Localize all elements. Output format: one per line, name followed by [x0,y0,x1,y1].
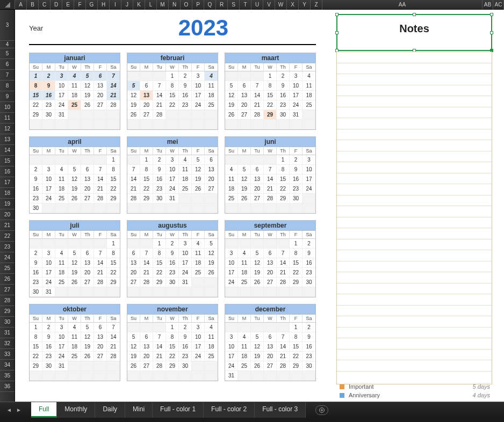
day-cell[interactable]: 9 [277,81,290,91]
day-cell[interactable]: 5 [81,71,94,81]
row-28[interactable]: 28 [0,295,15,306]
column-C[interactable]: C [39,0,51,10]
day-cell[interactable]: 17 [192,342,205,352]
day-cell[interactable]: 5 [251,249,264,258]
column-S[interactable]: S [228,0,240,10]
day-cell[interactable]: 4 [303,71,315,81]
day-cell[interactable]: 19 [192,174,205,184]
column-Q[interactable]: Q [204,0,216,10]
column-B[interactable]: B [27,0,39,10]
day-cell[interactable]: 29 [107,278,120,287]
day-cell[interactable]: 30 [303,361,315,371]
day-cell[interactable]: 28 [277,278,290,287]
day-cell[interactable]: 28 [140,278,153,287]
day-cell[interactable]: 10 [225,258,238,268]
day-cell[interactable]: 29 [153,278,166,287]
column-H[interactable]: H [98,0,110,10]
day-cell[interactable]: 10 [290,81,303,91]
day-cell[interactable]: 30 [166,278,179,287]
day-cell[interactable]: 27 [238,110,251,120]
day-cell[interactable]: 5 [238,165,251,174]
day-cell[interactable]: 21 [94,184,107,194]
day-cell[interactable]: 10 [192,81,205,91]
day-cell[interactable]: 7 [94,249,107,258]
day-cell[interactable]: 31 [225,371,238,381]
day-cell[interactable]: 29 [30,110,42,120]
day-cell[interactable]: 19 [68,268,81,278]
day-cell[interactable]: 12 [68,258,81,268]
day-cell[interactable]: 7 [251,81,264,91]
day-cell[interactable]: 18 [192,258,205,268]
day-cell[interactable]: 23 [30,194,42,203]
day-cell[interactable]: 18 [68,91,81,100]
day-cell[interactable]: 24 [166,184,179,194]
row-26[interactable]: 26 [0,274,15,285]
day-cell[interactable]: 19 [205,258,218,268]
day-cell[interactable]: 3 [225,249,238,258]
day-cell[interactable]: 26 [238,194,251,203]
day-cell[interactable]: 1 [290,239,303,249]
day-cell[interactable]: 24 [42,278,55,287]
day-cell[interactable]: 24 [179,268,192,278]
day-cell[interactable]: 26 [68,278,81,287]
day-cell[interactable]: 5 [68,249,81,258]
day-cell[interactable]: 3 [225,332,238,342]
day-cell[interactable]: 1 [166,71,179,81]
day-cell[interactable]: 15 [290,258,303,268]
day-cell[interactable]: 18 [205,91,218,100]
row-15[interactable]: 15 [0,156,15,166]
day-cell[interactable]: 6 [94,323,107,332]
day-cell[interactable]: 8 [30,81,42,91]
day-cell[interactable]: 20 [140,100,153,110]
day-cell[interactable]: 23 [166,268,179,278]
day-cell[interactable]: 3 [55,323,68,332]
row-35[interactable]: 35 [0,370,15,381]
day-cell[interactable]: 23 [179,100,192,110]
day-cell[interactable]: 23 [303,268,315,278]
day-cell[interactable]: 10 [192,332,205,342]
day-cell[interactable]: 7 [94,165,107,174]
day-cell[interactable]: 16 [42,91,55,100]
day-cell[interactable]: 12 [238,174,251,184]
day-cell[interactable]: 14 [107,332,120,342]
day-cell[interactable]: 17 [55,91,68,100]
day-cell[interactable]: 8 [277,165,290,174]
day-cell[interactable]: 28 [107,100,120,110]
day-cell[interactable]: 21 [107,342,120,352]
day-cell[interactable]: 12 [225,91,238,100]
day-cell[interactable]: 2 [290,155,303,165]
day-cell[interactable]: 12 [251,342,264,352]
day-cell[interactable]: 16 [303,258,315,268]
day-cell[interactable]: 6 [127,249,140,258]
day-cell[interactable]: 13 [205,165,218,174]
day-cell[interactable]: 25 [238,361,251,371]
day-cell[interactable]: 18 [238,352,251,361]
day-cell[interactable]: 21 [140,268,153,278]
day-cell[interactable]: 22 [153,268,166,278]
day-cell[interactable]: 10 [55,332,68,342]
day-cell[interactable]: 16 [30,268,42,278]
day-cell[interactable]: 9 [179,332,192,342]
day-cell[interactable]: 15 [166,342,179,352]
row-6[interactable]: 6 [0,59,15,70]
day-cell[interactable]: 23 [179,352,192,361]
day-cell[interactable]: 27 [264,361,277,371]
day-cell[interactable]: 10 [166,165,179,174]
day-cell[interactable]: 17 [192,91,205,100]
day-cell[interactable]: 19 [225,100,238,110]
day-cell[interactable]: 17 [225,268,238,278]
day-cell[interactable]: 17 [55,342,68,352]
day-cell[interactable]: 29 [30,361,42,371]
day-cell[interactable]: 11 [205,332,218,342]
day-cell[interactable]: 28 [251,110,264,120]
day-cell[interactable]: 20 [81,268,94,278]
day-cell[interactable]: 20 [94,342,107,352]
day-cell[interactable]: 24 [225,361,238,371]
day-cell[interactable]: 28 [153,361,166,371]
day-cell[interactable]: 7 [264,165,277,174]
day-cell[interactable]: 8 [107,165,120,174]
day-cell[interactable]: 11 [205,81,218,91]
day-cell[interactable]: 22 [290,352,303,361]
day-cell[interactable]: 14 [153,91,166,100]
day-cell[interactable]: 17 [290,91,303,100]
